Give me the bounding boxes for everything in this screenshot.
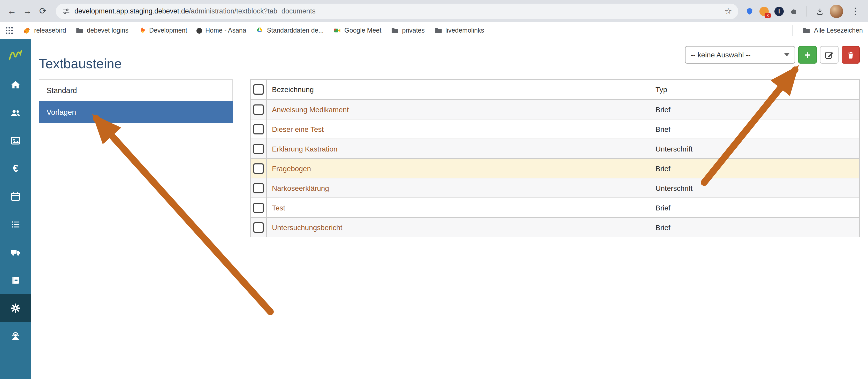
row-checkbox[interactable]: [253, 183, 264, 193]
chrome-menu-icon[interactable]: ⋮: [849, 6, 862, 17]
sidebar-item-settings[interactable]: [0, 294, 31, 322]
textblock-link[interactable]: Test: [272, 203, 285, 212]
bookmark-label: livedemolinks: [445, 27, 484, 34]
bookmark-standarddaten[interactable]: Standarddaten de...: [256, 26, 324, 35]
book-icon: [10, 275, 21, 286]
select-all-checkbox[interactable]: [253, 84, 264, 95]
euro-icon: €: [13, 163, 18, 174]
calendar-icon: [10, 191, 21, 202]
sidebar-item-images[interactable]: [0, 127, 31, 155]
app-sidebar: €: [0, 39, 31, 379]
textblock-link[interactable]: Narkoseerklärung: [272, 184, 329, 192]
bookmark-label: Google Meet: [344, 27, 381, 34]
puzzle-extensions-icon[interactable]: [789, 7, 798, 15]
bookmark-privates[interactable]: privates: [391, 26, 425, 35]
browser-toolbar: ← → ⟳ development.app.staging.debevet.de…: [0, 0, 868, 22]
row-typ: Brief: [650, 99, 860, 119]
folder-icon: [391, 26, 399, 35]
toolbar-separator: [806, 6, 807, 16]
folder-icon: [434, 26, 442, 35]
screenshot-stage: ← → ⟳ development.app.staging.debevet.de…: [0, 0, 868, 379]
all-bookmarks-button[interactable]: Alle Lesezeichen: [803, 26, 863, 35]
back-icon: ←: [7, 6, 16, 16]
back-button[interactable]: ←: [4, 3, 20, 19]
forward-button[interactable]: →: [20, 3, 35, 19]
debevet-logo[interactable]: [0, 39, 31, 71]
tab-standard[interactable]: Standard: [39, 79, 232, 101]
bookmarks-bar: releasebird debevet logins Development H…: [0, 22, 868, 39]
textblock-link[interactable]: Erklärung Kastration: [272, 145, 338, 153]
sidebar-item-home[interactable]: [0, 71, 31, 99]
gear-icon: [10, 303, 21, 314]
sidebar-item-billing[interactable]: €: [0, 155, 31, 183]
row-checkbox[interactable]: [253, 222, 264, 232]
meet-icon: [333, 26, 341, 35]
textblock-select[interactable]: -- keine Auswahl --: [685, 46, 795, 64]
downloads-icon[interactable]: [816, 7, 824, 15]
plus-icon: +: [804, 49, 810, 61]
bookmark-asana-home[interactable]: Home - Asana: [196, 27, 246, 34]
bookmark-star-icon[interactable]: ☆: [724, 6, 732, 16]
edit-button[interactable]: [820, 46, 839, 64]
textblock-link[interactable]: Untersuchungsbericht: [272, 223, 342, 231]
page-title: Textbausteine: [39, 48, 122, 80]
table-row: Erklärung Kastration Unterschrift: [250, 139, 860, 158]
textblock-link[interactable]: Dieser eine Test: [272, 125, 323, 133]
sidebar-item-suppliers[interactable]: [0, 239, 31, 266]
apps-grid-icon[interactable]: [5, 26, 13, 35]
bookmark-debevet-logins[interactable]: debevet logins: [75, 26, 128, 35]
shield-extension-icon[interactable]: [745, 7, 754, 15]
bookmark-development[interactable]: Development: [138, 26, 187, 35]
bookmark-label: privates: [402, 27, 425, 34]
truck-icon: [10, 247, 21, 258]
sidebar-item-list[interactable]: [0, 211, 31, 239]
row-checkbox[interactable]: [253, 144, 264, 154]
row-typ: Brief: [650, 198, 860, 217]
list-icon: [10, 219, 21, 230]
table-row: Anweisung Medikament Brief: [250, 99, 860, 119]
bookmark-label: debevet logins: [87, 27, 128, 34]
flame-icon: [138, 26, 146, 35]
orange-extension-icon[interactable]: x: [760, 6, 769, 16]
sidebar-item-calendar[interactable]: [0, 183, 31, 211]
row-typ: Brief: [650, 217, 860, 237]
column-header-typ: Typ: [650, 80, 860, 99]
add-button[interactable]: +: [798, 46, 817, 64]
page-header: Textbausteine -- keine Auswahl -- +: [31, 39, 868, 71]
row-typ: Brief: [650, 158, 860, 178]
forward-icon: →: [23, 6, 32, 16]
table-row-highlighted: Fragebogen Brief: [250, 158, 860, 178]
site-settings-icon[interactable]: [62, 7, 70, 15]
reload-button[interactable]: ⟳: [35, 3, 51, 19]
sidebar-item-support[interactable]: [0, 322, 31, 350]
chevron-down-icon: [784, 53, 789, 56]
folder-icon: [803, 26, 811, 35]
row-checkbox[interactable]: [253, 163, 264, 173]
edit-pencil-icon: [825, 50, 834, 60]
delete-button[interactable]: [842, 46, 860, 64]
bookmark-google-meet[interactable]: Google Meet: [333, 26, 381, 35]
home-icon: [10, 79, 21, 91]
bookmark-livedemolinks[interactable]: livedemolinks: [434, 26, 484, 35]
textblock-link[interactable]: Fragebogen: [272, 164, 311, 172]
profile-avatar[interactable]: [830, 4, 843, 18]
tab-vorlagen[interactable]: Vorlagen: [39, 101, 232, 123]
url-text[interactable]: development.app.staging.debevet.de/admin…: [74, 7, 720, 15]
support-headset-icon: [10, 330, 21, 342]
main-content: Textbausteine -- keine Auswahl -- +: [31, 39, 868, 379]
sidebar-item-clients[interactable]: [0, 99, 31, 127]
row-checkbox[interactable]: [253, 202, 264, 213]
row-typ: Unterschrift: [650, 178, 860, 198]
row-checkbox[interactable]: [253, 124, 264, 134]
bookmark-releasebird[interactable]: releasebird: [23, 26, 66, 35]
row-checkbox[interactable]: [253, 104, 264, 115]
sidebar-item-journal[interactable]: [0, 266, 31, 294]
table-row: Test Brief: [250, 198, 860, 217]
textblock-link[interactable]: Anweisung Medikament: [272, 105, 349, 114]
extensions-area: x i ⋮: [743, 4, 864, 18]
info-extension-icon[interactable]: i: [774, 6, 784, 16]
address-bar[interactable]: development.app.staging.debevet.de/admin…: [56, 3, 738, 19]
table-header-row: Bezeichnung Typ: [250, 80, 860, 99]
column-header-bezeichnung: Bezeichnung: [267, 80, 650, 99]
url-host: development.app.staging.debevet.de: [74, 7, 189, 15]
